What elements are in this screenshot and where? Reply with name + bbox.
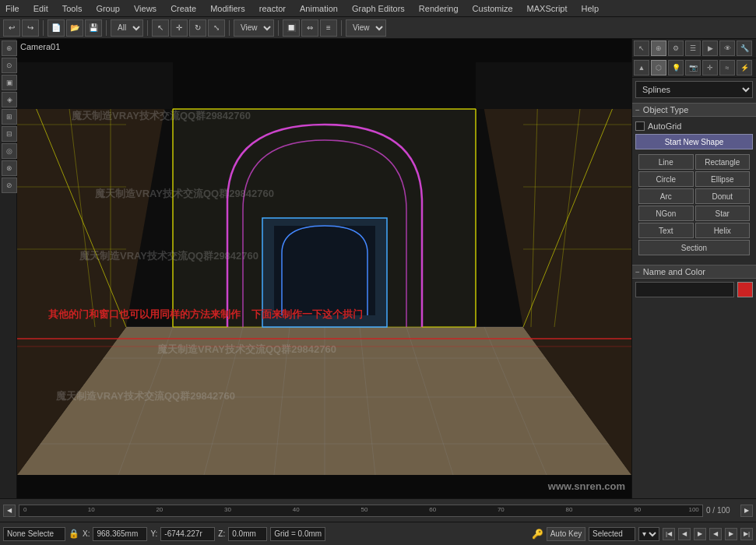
website-watermark: www.snren.com: [548, 480, 625, 492]
move-button[interactable]: ✛: [171, 19, 188, 37]
menu-tools[interactable]: Tools: [60, 4, 85, 13]
all-dropdown[interactable]: All: [111, 19, 143, 37]
main-layout: ⊕ ⊙ ▣ ◈ ⊞ ⊟ ◎ ⊗ ⊘: [0, 39, 756, 498]
circle-button[interactable]: Circle: [638, 171, 694, 187]
left-icon-9[interactable]: ⊘: [2, 178, 17, 193]
svg-rect-34: [274, 226, 375, 315]
panel-icon-modify[interactable]: ⚙: [668, 40, 684, 56]
panel-icon-utilities[interactable]: 🔧: [737, 40, 752, 56]
panel-icon-create[interactable]: ⊕: [651, 40, 666, 56]
separator2: [106, 20, 107, 36]
left-icon-7[interactable]: ◎: [2, 143, 17, 159]
left-icon-4[interactable]: ◈: [2, 92, 17, 107]
helix-button[interactable]: Helix: [695, 223, 751, 238]
star-button[interactable]: Star: [695, 206, 751, 221]
rotate-button[interactable]: ↻: [189, 19, 206, 37]
timeline-next-button[interactable]: ▶: [740, 505, 753, 517]
name-color-header[interactable]: − Name and Color: [632, 265, 756, 279]
undo-button[interactable]: ↩: [3, 19, 20, 37]
menu-views[interactable]: Views: [132, 4, 159, 13]
object-type-header[interactable]: − Object Type: [632, 103, 756, 117]
open-button[interactable]: 📂: [66, 19, 83, 37]
rectangle-button[interactable]: Rectangle: [695, 154, 751, 170]
object-type-section: − Object Type AutoGrid Start New Shape L…: [632, 103, 756, 262]
left-icon-8[interactable]: ⊗: [2, 160, 17, 176]
timeline-prev-button[interactable]: ◀: [3, 505, 16, 517]
view-dropdown[interactable]: View: [234, 19, 274, 37]
left-toolbar: ⊕ ⊙ ▣ ◈ ⊞ ⊟ ◎ ⊗ ⊘: [0, 39, 17, 498]
panel-icon-system[interactable]: ⚡: [737, 60, 752, 76]
ngon-button[interactable]: NGon: [638, 206, 694, 221]
section-button[interactable]: Section: [638, 240, 750, 255]
menu-rendering[interactable]: Rendering: [417, 4, 461, 13]
menu-create[interactable]: Create: [168, 4, 199, 13]
start-new-shape-button[interactable]: Start New Shape: [635, 134, 753, 149]
menu-edit[interactable]: Edit: [31, 4, 51, 13]
panel-icon-shape[interactable]: ⬡: [651, 60, 666, 76]
select-button[interactable]: ↖: [152, 19, 169, 37]
donut-button[interactable]: Donut: [695, 188, 751, 204]
selection-status: None Selecte: [3, 527, 65, 541]
new-scene-button[interactable]: 📄: [47, 19, 65, 37]
autogrid-checkbox[interactable]: [635, 121, 645, 131]
separator6: [341, 20, 342, 36]
left-icon-1[interactable]: ⊕: [2, 40, 17, 56]
timeline-track[interactable]: 0 10 20 30 40 50 60 70 80 90 100: [19, 505, 703, 517]
panel-icon-display[interactable]: 👁: [719, 40, 735, 56]
play-prev-button[interactable]: |◀: [663, 528, 675, 540]
left-icon-2[interactable]: ⊙: [2, 58, 17, 73]
align-button[interactable]: ≡: [320, 19, 337, 37]
view-right-dropdown[interactable]: View: [346, 19, 386, 37]
ellipse-button[interactable]: Ellipse: [695, 171, 751, 187]
play-back-button[interactable]: ◀: [709, 528, 722, 540]
menu-maxscript[interactable]: MAXScript: [525, 4, 570, 13]
frame-prev-button[interactable]: ◀: [678, 528, 691, 540]
viewport[interactable]: Camera01 魔天制造VRAY技术交流QQ群29842760 魔天制造VRA…: [17, 39, 631, 498]
tick-80: 80: [566, 506, 573, 513]
menu-modifiers[interactable]: Modifiers: [208, 4, 248, 13]
key-icon: 🔑: [532, 529, 543, 540]
menu-customize[interactable]: Customize: [470, 4, 515, 13]
left-icon-5[interactable]: ⊞: [2, 109, 17, 125]
menu-group[interactable]: Group: [93, 4, 122, 13]
panel-icon-light[interactable]: 💡: [668, 60, 684, 76]
y-value-field[interactable]: -6744.227r: [160, 527, 215, 541]
panel-icon-hierarchy[interactable]: ☰: [685, 40, 701, 56]
left-icon-3[interactable]: ▣: [2, 75, 17, 90]
left-icon-6[interactable]: ⊟: [2, 126, 17, 142]
panel-icon-spacewarp[interactable]: ≈: [719, 60, 735, 76]
play-button[interactable]: ▶: [694, 528, 706, 540]
name-color-row: [635, 282, 753, 297]
name-input[interactable]: [635, 282, 734, 297]
color-swatch[interactable]: [737, 282, 753, 297]
name-color-label: Name and Color: [643, 267, 705, 276]
auto-key-button[interactable]: Auto Key: [547, 527, 585, 541]
menu-graph-editors[interactable]: Graph Editors: [350, 4, 407, 13]
tick-30: 30: [224, 506, 231, 513]
arc-button[interactable]: Arc: [638, 188, 694, 204]
x-value-field[interactable]: 968.365mm: [93, 527, 147, 541]
menu-file[interactable]: File: [3, 4, 22, 13]
snap-button[interactable]: 🔲: [283, 19, 300, 37]
panel-icon-geo[interactable]: ▲: [634, 60, 649, 76]
scale-button[interactable]: ⤡: [208, 19, 225, 37]
menu-reactor[interactable]: reactor: [257, 4, 288, 13]
save-button[interactable]: 💾: [85, 19, 102, 37]
line-button[interactable]: Line: [638, 154, 694, 170]
menu-animation[interactable]: Animation: [297, 4, 340, 13]
panel-icon-pointer[interactable]: ↖: [634, 40, 649, 56]
play-next-button[interactable]: ▶|: [740, 528, 753, 540]
splines-dropdown[interactable]: Splines: [635, 81, 753, 98]
frame-next-button[interactable]: ▶: [725, 528, 737, 540]
svg-marker-30: [476, 62, 631, 109]
panel-icon-camera[interactable]: 📷: [685, 60, 701, 76]
text-button[interactable]: Text: [638, 223, 694, 238]
panel-icon-helper[interactable]: ✛: [702, 60, 718, 76]
menu-help[interactable]: Help: [579, 4, 602, 13]
panel-icon-motion[interactable]: ▶: [702, 40, 718, 56]
z-value-field[interactable]: 0.0mm: [228, 527, 267, 541]
timeline-bar: ◀ 0 10 20 30 40 50 60 70 80 90 100 0 / 1…: [0, 498, 756, 522]
redo-button[interactable]: ↪: [22, 19, 39, 37]
mirror-button[interactable]: ⇔: [301, 19, 318, 37]
selected-dropdown[interactable]: ▾: [638, 527, 659, 541]
